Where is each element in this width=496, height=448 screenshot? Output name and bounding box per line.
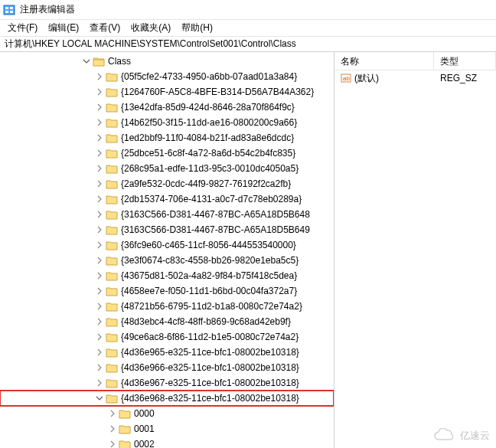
folder-icon (106, 362, 118, 373)
tree-node[interactable]: {4d36e966-e325-11ce-bfc1-08002be10318} (0, 360, 334, 375)
chevron-down-icon[interactable] (95, 394, 104, 403)
tree-node-label: {14b62f50-3f15-11dd-ae16-0800200c9a66} (121, 117, 297, 128)
watermark: 亿速云 (432, 428, 490, 443)
menu-view[interactable]: 查看(V) (85, 20, 125, 36)
chevron-right-icon[interactable] (108, 440, 117, 448)
folder-icon (106, 378, 118, 388)
folder-icon (106, 332, 118, 342)
folder-icon (106, 286, 118, 296)
folder-icon (106, 132, 118, 143)
tree-node[interactable]: {05f5cfe2-4733-4950-a6bb-07aad01a3a84} (0, 69, 334, 84)
chevron-right-icon[interactable] (95, 87, 104, 96)
tree-node[interactable]: {268c95a1-edfe-11d3-95c3-0010dc4050a5} (0, 161, 334, 176)
column-header-name[interactable]: 名称 (334, 52, 434, 70)
chevron-right-icon[interactable] (95, 363, 104, 372)
cloud-icon (432, 428, 457, 443)
chevron-right-icon[interactable] (108, 409, 117, 418)
tree-node[interactable]: 0002 (0, 437, 334, 448)
chevron-right-icon[interactable] (95, 256, 104, 265)
svg-rect-4 (10, 11, 13, 13)
chevron-right-icon[interactable] (95, 118, 104, 127)
chevron-right-icon[interactable] (95, 378, 104, 388)
tree-node-label: {1ed2bbf9-11f0-4084-b21f-ad83a8e6dcdc} (121, 132, 294, 143)
address-bar[interactable]: 计算机\HKEY LOCAL MACHINE\SYSTEM\ControlSet… (0, 37, 496, 52)
tree-node[interactable]: 0000 (0, 406, 334, 421)
tree-node-label: {48721b56-6795-11d2-b1a8-0080c72e74a2} (121, 301, 302, 312)
folder-icon (106, 347, 118, 358)
chevron-right-icon[interactable] (95, 179, 104, 188)
address-text: 计算机\HKEY LOCAL MACHINE\SYSTEM\ControlSet… (5, 38, 296, 51)
tree-node[interactable]: {14b62f50-3f15-11dd-ae16-0800200c9a66} (0, 115, 334, 130)
folder-open-icon (93, 56, 105, 67)
menu-favorites[interactable]: 收藏夹(A) (126, 20, 175, 36)
chevron-right-icon[interactable] (95, 348, 104, 357)
menu-help[interactable]: 帮助(H) (177, 20, 217, 36)
regedit-icon (3, 4, 15, 16)
tree-node[interactable]: {4658ee7e-f050-11d1-b6bd-00c04fa372a7} (0, 283, 334, 299)
tree-node[interactable]: {3e3f0674-c83c-4558-bb26-9820e1eba5c5} (0, 253, 334, 268)
chevron-right-icon[interactable] (95, 133, 104, 142)
tree-node-label: {2a9fe532-0cdc-44f9-9827-76192f2ca2fb} (121, 178, 291, 189)
tree-node-label: 0002 (134, 439, 155, 448)
chevron-right-icon[interactable] (95, 72, 104, 81)
tree-node[interactable]: {1ed2bbf9-11f0-4084-b21f-ad83a8e6dcdc} (0, 130, 334, 146)
folder-icon (106, 148, 118, 159)
tree-node-label: {43675d81-502a-4a82-9f84-b75f418c5dea} (121, 270, 297, 281)
tree-node-label: {25dbce51-6c8f-4a72-8a6d-b54c2b4fc835} (121, 148, 295, 159)
tree-node[interactable]: {49ce6ac8-6f86-11d2-b1e5-0080c72e74a2} (0, 329, 334, 345)
tree-node[interactable]: {48d3ebc4-4cf8-48ff-b869-9c68ad42eb9f} (0, 314, 334, 329)
chevron-right-icon[interactable] (95, 103, 104, 112)
chevron-right-icon[interactable] (95, 317, 104, 326)
tree-node-label: {3163C566-D381-4467-87BC-A65A18D5B648 (121, 209, 310, 220)
chevron-right-icon[interactable] (95, 302, 104, 311)
chevron-right-icon[interactable] (95, 286, 104, 296)
chevron-right-icon[interactable] (95, 149, 104, 158)
window-title: 注册表编辑器 (20, 3, 75, 16)
tree-node[interactable]: {4d36e965-e325-11ce-bfc1-08002be10318} (0, 345, 334, 360)
chevron-right-icon[interactable] (95, 195, 104, 204)
folder-icon (119, 439, 131, 448)
tree-node[interactable]: {13e42dfa-85d9-424d-8646-28a70f864f9c} (0, 100, 334, 115)
tree-node-label: {3e3f0674-c83c-4558-bb26-9820e1eba5c5} (121, 255, 299, 266)
folder-icon (106, 240, 118, 250)
values-pane[interactable]: 名称 类型 ab (默认) REG_SZ (334, 52, 496, 448)
menubar: 文件(F) 编辑(E) 查看(V) 收藏夹(A) 帮助(H) (0, 20, 496, 37)
menu-file[interactable]: 文件(F) (3, 20, 42, 36)
tree-node[interactable]: {3163C566-D381-4467-87BC-A65A18D5B649 (0, 222, 334, 237)
tree-node-label: {05f5cfe2-4733-4950-a6bb-07aad01a3a84} (121, 71, 297, 82)
chevron-right-icon[interactable] (95, 240, 104, 250)
tree-node[interactable]: {4d36e967-e325-11ce-bfc1-08002be10318} (0, 375, 334, 391)
tree-pane[interactable]: Class {05f5cfe2-4733-4950-a6bb-07aad01a3… (0, 52, 334, 448)
menu-edit[interactable]: 编辑(E) (44, 20, 83, 36)
string-value-icon: ab (341, 73, 351, 83)
tree-node[interactable]: {25dbce51-6c8f-4a72-8a6d-b54c2b4fc835} (0, 146, 334, 161)
tree-node-label: {48d3ebc4-4cf8-48ff-b869-9c68ad42eb9f} (121, 316, 291, 327)
column-header-type[interactable]: 类型 (434, 52, 496, 70)
tree-node[interactable]: {2a9fe532-0cdc-44f9-9827-76192f2ca2fb} (0, 176, 334, 191)
tree-node-label: 0001 (134, 423, 155, 434)
tree-node[interactable]: {4d36e968-e325-11ce-bfc1-08002be10318} (0, 391, 334, 406)
tree-node[interactable]: 0001 (0, 421, 334, 437)
tree-node[interactable]: {1264760F-A5C8-4BFE-B314-D56A7B44A362} (0, 84, 334, 100)
value-row[interactable]: ab (默认) REG_SZ (334, 70, 496, 86)
chevron-down-icon[interactable] (82, 57, 91, 66)
tree-node[interactable]: {2db15374-706e-4131-a0c7-d7c78eb0289a} (0, 191, 334, 207)
chevron-right-icon[interactable] (95, 332, 104, 342)
svg-rect-3 (5, 11, 8, 13)
svg-text:ab: ab (343, 75, 350, 82)
tree-node-class[interactable]: Class (0, 54, 334, 69)
chevron-right-icon[interactable] (95, 225, 104, 234)
tree-node[interactable]: {36fc9e60-c465-11cf-8056-444553540000} (0, 237, 334, 253)
tree-node-label: {4d36e968-e325-11ce-bfc1-08002be10318} (121, 393, 299, 404)
tree-node-label: {4d36e965-e325-11ce-bfc1-08002be10318} (121, 347, 299, 358)
folder-icon (106, 117, 118, 128)
chevron-right-icon[interactable] (108, 424, 117, 433)
titlebar: 注册表编辑器 (0, 0, 496, 20)
tree-node-label: {36fc9e60-c465-11cf-8056-444553540000} (121, 240, 296, 250)
chevron-right-icon[interactable] (95, 164, 104, 173)
tree-node[interactable]: {48721b56-6795-11d2-b1a8-0080c72e74a2} (0, 299, 334, 314)
chevron-right-icon[interactable] (95, 210, 104, 219)
chevron-right-icon[interactable] (95, 271, 104, 280)
tree-node[interactable]: {43675d81-502a-4a82-9f84-b75f418c5dea} (0, 268, 334, 283)
tree-node[interactable]: {3163C566-D381-4467-87BC-A65A18D5B648 (0, 207, 334, 222)
